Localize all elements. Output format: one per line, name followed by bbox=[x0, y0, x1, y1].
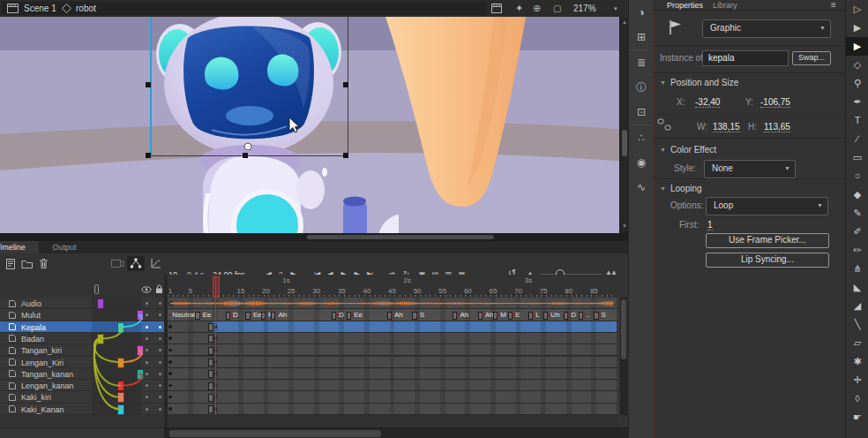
layer-visibility-dot[interactable] bbox=[146, 396, 148, 398]
stage-horizontal-scrollbar[interactable] bbox=[0, 233, 628, 240]
eyedropper-tool[interactable]: ╲ bbox=[846, 315, 868, 334]
collapse-icon[interactable]: ▼ bbox=[660, 147, 666, 153]
layer-row[interactable]: Tangan_kiri bbox=[0, 344, 164, 356]
asset-sculpt-tool[interactable]: ✱ bbox=[846, 352, 868, 371]
frame-ruler[interactable]: 151520253035404550556065707580851s2s3s bbox=[0, 275, 628, 298]
layer-row[interactable]: Kaki_Kanan bbox=[0, 404, 164, 415]
timeline-horizontal-scrollbar[interactable] bbox=[164, 427, 628, 438]
layer-lock-dot[interactable] bbox=[159, 361, 161, 364]
layer-name[interactable]: Badan bbox=[21, 335, 44, 344]
scroll-down-icon[interactable]: ▼ bbox=[622, 223, 627, 229]
timeline-vertical-scrollbar[interactable] bbox=[620, 298, 627, 415]
zoom-level[interactable]: 217% bbox=[573, 4, 596, 13]
new-folder-icon[interactable] bbox=[21, 259, 34, 268]
symbol-behavior-dropdown[interactable]: Graphic▼ bbox=[702, 19, 831, 38]
stage-vscroll-thumb[interactable] bbox=[622, 130, 627, 156]
layer-visibility-dot[interactable] bbox=[146, 313, 148, 316]
w-value[interactable]: 138,15 bbox=[713, 122, 740, 132]
layer-lock-dot[interactable] bbox=[159, 396, 161, 398]
layer-lock-dot[interactable] bbox=[159, 384, 161, 387]
layer-name[interactable]: Kaki_kiri bbox=[21, 393, 51, 402]
frame-row[interactable] bbox=[168, 344, 619, 356]
bone-tool[interactable]: ⋔ bbox=[846, 260, 868, 278]
layer-color-swatch[interactable] bbox=[117, 404, 124, 415]
layer-color-swatch[interactable] bbox=[117, 381, 124, 391]
layer-row[interactable]: Mulut bbox=[0, 309, 164, 321]
lock-icon[interactable] bbox=[155, 284, 163, 294]
frame-row[interactable] bbox=[168, 357, 619, 368]
classic-brush-tool[interactable]: ✏ bbox=[846, 241, 868, 260]
parent-view-button[interactable] bbox=[127, 256, 145, 271]
text-tool[interactable]: T bbox=[846, 111, 868, 130]
eraser-tool[interactable]: ▱ bbox=[846, 334, 868, 352]
style-dropdown[interactable]: None▼ bbox=[704, 160, 796, 178]
motion-editor-panel-icon[interactable]: ∿ bbox=[629, 175, 654, 200]
fluid-brush-tool[interactable]: ✐ bbox=[846, 223, 868, 241]
layer-row[interactable]: Kaki_kiri bbox=[0, 391, 164, 403]
polystar-tool[interactable]: ◆ bbox=[846, 185, 868, 204]
rectangle-tool[interactable]: ▭ bbox=[846, 148, 868, 167]
layer-name[interactable]: Tangan_kanan bbox=[21, 370, 73, 379]
position-size-header[interactable]: Position and Size bbox=[670, 78, 738, 87]
stage-canvas[interactable] bbox=[0, 17, 628, 233]
transform-point[interactable] bbox=[244, 143, 251, 150]
layer-lock-dot[interactable] bbox=[159, 302, 161, 305]
layer-lock-dot[interactable] bbox=[159, 326, 161, 328]
stage-hscroll-thumb[interactable] bbox=[307, 235, 494, 239]
edit-scene-icon[interactable] bbox=[491, 4, 504, 13]
collapse-icon[interactable]: ▼ bbox=[660, 185, 666, 192]
ink-bottle-tool[interactable]: ◢ bbox=[846, 297, 868, 315]
frames-area[interactable]: NeutralEeDEeFAhDEeAhSAhAhMELUhD..S bbox=[168, 298, 619, 415]
layer-lock-dot[interactable] bbox=[159, 313, 161, 316]
frame-row[interactable] bbox=[168, 321, 619, 333]
link-dimensions-icon[interactable] bbox=[657, 118, 671, 131]
eye-icon[interactable] bbox=[141, 286, 152, 293]
use-frame-picker-button[interactable]: Use Frame Picker... bbox=[706, 233, 829, 248]
frame-row[interactable] bbox=[168, 368, 619, 380]
pencil-tool[interactable]: ✎ bbox=[846, 204, 868, 223]
width-tool[interactable]: ◊ bbox=[846, 389, 868, 408]
timeline-hscroll-thumb[interactable] bbox=[169, 430, 381, 437]
layer-lock-dot[interactable] bbox=[159, 373, 161, 375]
layer-row[interactable]: Lengan_Kiri bbox=[0, 357, 164, 368]
layer-color-swatch[interactable] bbox=[137, 345, 144, 356]
layer-visibility-dot[interactable] bbox=[146, 337, 148, 340]
h-value[interactable]: 113,65 bbox=[764, 122, 790, 132]
layer-name[interactable]: Kaki_Kanan bbox=[21, 405, 64, 414]
layer-color-swatch[interactable] bbox=[137, 369, 144, 380]
layer-name[interactable]: Mulut bbox=[21, 311, 41, 320]
scene-name[interactable]: Scene 1 bbox=[24, 4, 56, 13]
align-panel-icon[interactable]: ≣ bbox=[629, 50, 654, 75]
frame-row[interactable] bbox=[168, 391, 619, 403]
y-value[interactable]: -106,75 bbox=[760, 97, 790, 108]
layer-visibility-dot[interactable] bbox=[146, 326, 148, 328]
layer-color-swatch[interactable] bbox=[97, 298, 104, 309]
new-layer-icon[interactable] bbox=[5, 258, 17, 269]
graph-editor-icon[interactable] bbox=[150, 257, 162, 269]
swap-button[interactable]: Swap... bbox=[792, 51, 831, 65]
looping-header[interactable]: Looping bbox=[670, 184, 702, 193]
symbol-name[interactable]: robot bbox=[76, 4, 96, 13]
tab-library[interactable]: Library bbox=[713, 1, 737, 10]
layer-color-swatch[interactable] bbox=[137, 310, 144, 321]
frame-row[interactable] bbox=[168, 404, 619, 415]
loop-options-dropdown[interactable]: Loop▼ bbox=[706, 197, 828, 215]
info-panel-icon[interactable]: ⓘ bbox=[629, 75, 654, 100]
first-frame-value[interactable]: 1 bbox=[707, 220, 713, 230]
lip-syncing-button[interactable]: Lip Syncing... bbox=[706, 253, 829, 268]
layer-name[interactable]: Kepala bbox=[21, 323, 46, 332]
layer-visibility-dot[interactable] bbox=[146, 361, 148, 364]
frame-row[interactable]: NeutralEeDEeFAhDEeAhSAhAhMELUhD..S bbox=[168, 309, 619, 321]
layer-name[interactable]: Tangan_kiri bbox=[21, 346, 62, 355]
layer-visibility-dot[interactable] bbox=[146, 373, 148, 375]
tab-timeline[interactable]: Timeline bbox=[0, 241, 39, 253]
layer-visibility-dot[interactable] bbox=[146, 349, 148, 351]
layer-visibility-dot[interactable] bbox=[146, 408, 148, 411]
layer-lock-dot[interactable] bbox=[159, 349, 161, 351]
color-panel-icon[interactable]: ◑ bbox=[629, 0, 654, 25]
pen-tool[interactable]: ✒ bbox=[846, 93, 868, 111]
color-effect-header[interactable]: Color Effect bbox=[670, 145, 716, 155]
layer-row[interactable]: Lengan_kanan bbox=[0, 380, 164, 391]
instance-name-field[interactable]: kepala bbox=[702, 50, 789, 66]
layer-row[interactable]: Tangan_kanan bbox=[0, 368, 164, 380]
